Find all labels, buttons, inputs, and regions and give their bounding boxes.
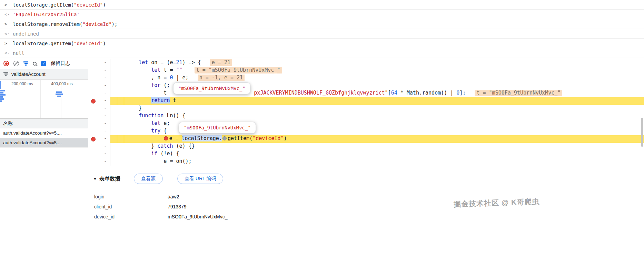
- name-column-header[interactable]: 名称: [0, 118, 88, 128]
- breakpoint-gutter[interactable]: [88, 90, 98, 97]
- code-token: try: [151, 128, 160, 134]
- breakpoint-gutter[interactable]: [88, 59, 98, 67]
- code-text[interactable]: }: [124, 105, 644, 112]
- code-text[interactable]: let t = "" t = "mSO0Fa_9tUbrnNvUxMvc_": [124, 67, 644, 75]
- gutter-column: [110, 67, 117, 75]
- line-number-gutter[interactable]: -: [98, 128, 110, 135]
- code-text[interactable]: e = localStorage.getItem("deviceId"): [124, 135, 644, 143]
- breakpoint-gutter[interactable]: [88, 120, 98, 128]
- code-token: 21: [176, 59, 182, 66]
- code-line: - try {: [88, 128, 644, 135]
- line-number-gutter[interactable]: -: [98, 158, 110, 166]
- code-token: if: [151, 150, 157, 157]
- form-field-key: client_id: [94, 204, 168, 209]
- code-token: n = -1, e = 21: [198, 75, 245, 81]
- network-request-row[interactable]: auth.validateAccount?v=5....: [0, 138, 88, 148]
- line-number-gutter[interactable]: -: [98, 135, 110, 143]
- code-editor: - let on = (e=21) => { e = 21- let t = "…: [88, 59, 644, 166]
- line-number-gutter[interactable]: -: [98, 82, 110, 90]
- line-number-gutter[interactable]: -: [98, 59, 110, 67]
- record-button[interactable]: [3, 61, 9, 66]
- gutter-column: [110, 97, 117, 105]
- line-number-gutter[interactable]: -: [98, 75, 110, 82]
- code-token: ) => {: [182, 59, 207, 66]
- line-number-gutter[interactable]: -: [98, 67, 110, 75]
- code-text[interactable]: e = on();: [124, 158, 644, 166]
- gutter-column: [110, 135, 117, 143]
- network-request-row[interactable]: auth.validateAccount?v=5....: [0, 128, 88, 138]
- breakpoint-gutter[interactable]: [88, 112, 98, 120]
- breakpoint-gutter[interactable]: [88, 82, 98, 90]
- line-number-gutter[interactable]: -: [98, 105, 110, 112]
- network-overview-timeline[interactable]: 200,000 ms 400,000 ms: [0, 80, 88, 118]
- clear-button[interactable]: [13, 61, 19, 66]
- code-token: "": [176, 67, 182, 73]
- breakpoint-gutter[interactable]: [88, 97, 98, 105]
- breakpoint-icon[interactable]: [91, 99, 96, 104]
- code-line: - let t = "" t = "mSO0Fa_9tUbrnNvUxMvc_": [88, 67, 644, 75]
- code-line: - for (;: [88, 82, 644, 90]
- code-text[interactable]: } catch (e) {}: [124, 143, 644, 150]
- gutter-column: [117, 143, 124, 150]
- code-token: localStorage.getItem(: [13, 2, 74, 8]
- timeline-bar: [0, 94, 6, 96]
- breakpoint-icon[interactable]: [91, 137, 96, 141]
- breakpoint-gutter[interactable]: [88, 158, 98, 166]
- code-token: t =: [160, 67, 176, 73]
- code-text[interactable]: let on = (e=21) => { e = 21: [124, 59, 644, 67]
- line-number-gutter[interactable]: -: [98, 143, 110, 150]
- console-input-entry: >localStorage.removeItem("deviceId");: [0, 19, 644, 29]
- code-line: - e = on();: [88, 158, 644, 166]
- code-token: "deviceId": [74, 41, 103, 46]
- code-token: undefined: [13, 31, 39, 37]
- filter-toggle-icon[interactable]: [23, 61, 28, 66]
- code-line: - , n = 0 | e; n = -1, e = 21: [88, 75, 644, 82]
- code-token: ): [284, 135, 287, 141]
- breakpoint-gutter[interactable]: [88, 128, 98, 135]
- code-token: }: [126, 105, 142, 111]
- code-text[interactable]: function Ln() {: [124, 112, 644, 120]
- code-token: 64: [391, 90, 397, 96]
- code-token: {: [160, 128, 167, 134]
- search-icon[interactable]: [33, 62, 37, 66]
- timeline-bar: [56, 91, 62, 93]
- gutter-column: [117, 75, 124, 82]
- value-tooltip: "mSO0Fa_9tUbrnNvUxMvc_": [173, 82, 250, 94]
- line-number-gutter[interactable]: -: [98, 112, 110, 120]
- line-number-gutter[interactable]: -: [98, 150, 110, 158]
- network-filter-input[interactable]: validateAccount: [0, 69, 88, 80]
- preserve-log-checkbox[interactable]: ✓: [41, 61, 46, 66]
- console-entry-text: localStorage.removeItem("deviceId");: [13, 21, 117, 27]
- breakpoint-gutter[interactable]: [88, 75, 98, 82]
- code-token: "deviceId": [74, 2, 103, 8]
- breakpoint-gutter[interactable]: [88, 150, 98, 158]
- line-number-gutter[interactable]: -: [98, 90, 110, 97]
- code-token: e = 21: [210, 59, 232, 66]
- scrollbar-thumb[interactable]: [641, 118, 643, 147]
- view-source-button[interactable]: 查看源: [134, 174, 163, 184]
- line-number-gutter[interactable]: -: [98, 120, 110, 128]
- timeline-gridline: [82, 80, 82, 118]
- code-token: [126, 82, 151, 88]
- code-token: [126, 128, 151, 134]
- console-arrow-icon: <·: [4, 31, 13, 36]
- breakpoint-gutter[interactable]: [88, 105, 98, 112]
- timeline-tick: 200,000 ms: [11, 81, 33, 86]
- filter-value: validateAccount: [11, 71, 46, 77]
- code-token: [182, 67, 192, 73]
- gutter-column: [110, 150, 117, 158]
- code-line: - if (!e) {: [88, 150, 644, 158]
- breakpoint-gutter[interactable]: [88, 143, 98, 150]
- view-url-encoded-button[interactable]: 查看 URL 编码: [177, 174, 223, 184]
- code-text[interactable]: , n = 0 | e; n = -1, e = 21: [124, 75, 644, 82]
- line-number-gutter[interactable]: -: [98, 97, 110, 105]
- form-data-rows: loginaaw2client_id7913379device_idmSO0Fa…: [93, 192, 644, 222]
- disclosure-triangle-icon[interactable]: ▼: [93, 177, 97, 181]
- code-text[interactable]: return t: [124, 97, 644, 105]
- console-entry-text: 'E4pZeiI6Jsr2XSr25liCa': [13, 12, 80, 17]
- breakpoint-gutter[interactable]: [88, 135, 98, 143]
- form-field-key: login: [94, 194, 168, 199]
- breakpoint-gutter[interactable]: [88, 67, 98, 75]
- console-entry-text: localStorage.getItem("deviceId"): [13, 2, 106, 8]
- code-text[interactable]: if (!e) {: [124, 150, 644, 158]
